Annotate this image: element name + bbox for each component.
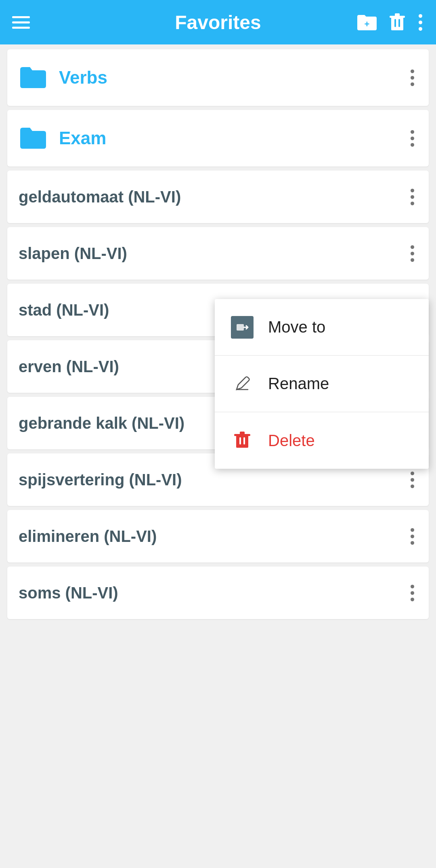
list-item: elimineren (NL-VI) xyxy=(7,510,429,563)
list-item: geldautomaat (NL-VI) xyxy=(7,171,429,223)
context-menu: Move to Rename Delete xyxy=(215,299,429,469)
move-icon xyxy=(231,316,254,339)
svg-rect-8 xyxy=(236,435,248,448)
delete-button[interactable] xyxy=(390,13,405,31)
item-more-button[interactable] xyxy=(407,66,417,89)
item-more-button[interactable] xyxy=(407,185,417,209)
menu-button[interactable] xyxy=(12,16,30,29)
folder-icon xyxy=(19,65,48,91)
item-more-button[interactable] xyxy=(407,127,417,150)
more-options-button[interactable] xyxy=(417,13,424,32)
add-folder-button[interactable]: + xyxy=(356,13,377,31)
svg-rect-10 xyxy=(240,432,245,435)
list-item: soms (NL-VI) xyxy=(7,567,429,619)
item-more-button[interactable] xyxy=(407,242,417,265)
list-item: Verbs xyxy=(7,49,429,106)
svg-rect-6 xyxy=(237,324,244,331)
list-item: Exam xyxy=(7,110,429,166)
svg-rect-12 xyxy=(243,437,245,445)
context-menu-delete[interactable]: Delete xyxy=(215,412,429,469)
svg-rect-11 xyxy=(239,437,241,445)
context-menu-move-label: Move to xyxy=(268,318,325,336)
item-label: Exam xyxy=(59,128,106,148)
item-label: spijsvertering (NL-VI) xyxy=(19,471,407,489)
app-header: Favorites + xyxy=(0,0,436,44)
page-title: Favorites xyxy=(175,11,261,34)
item-more-button[interactable] xyxy=(407,468,417,491)
item-label: geldautomaat (NL-VI) xyxy=(19,188,407,206)
item-more-button[interactable] xyxy=(407,581,417,605)
context-menu-delete-label: Delete xyxy=(268,432,315,450)
svg-rect-4 xyxy=(394,19,396,27)
delete-icon xyxy=(231,429,254,452)
header-left xyxy=(12,16,30,29)
item-more-button[interactable] xyxy=(407,525,417,548)
folder-icon xyxy=(19,125,48,151)
item-label: soms (NL-VI) xyxy=(19,584,407,602)
rename-icon xyxy=(231,373,254,395)
svg-rect-3 xyxy=(395,13,400,17)
context-menu-rename-label: Rename xyxy=(268,375,329,393)
context-menu-move-to[interactable]: Move to xyxy=(215,299,429,356)
svg-text:+: + xyxy=(365,19,370,29)
svg-rect-5 xyxy=(398,19,400,27)
header-actions: + xyxy=(356,13,424,32)
item-label: Verbs xyxy=(59,67,107,88)
item-label: slapen (NL-VI) xyxy=(19,244,407,263)
context-menu-rename[interactable]: Rename xyxy=(215,356,429,412)
svg-rect-1 xyxy=(391,17,403,30)
list-item: slapen (NL-VI) xyxy=(7,227,429,280)
item-label: elimineren (NL-VI) xyxy=(19,527,407,546)
